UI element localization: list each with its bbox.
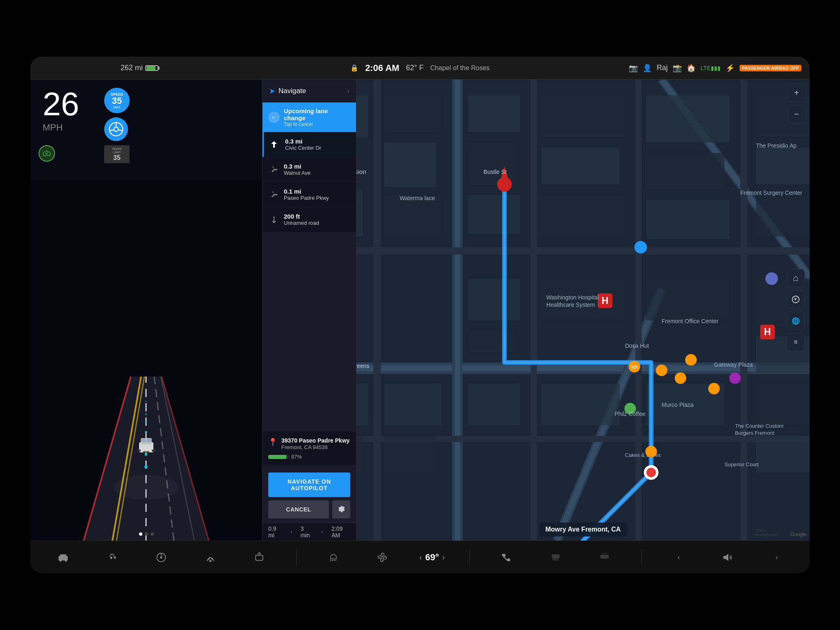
home-icon: 🏠 (687, 64, 696, 73)
navigation-settings-button[interactable] (332, 500, 350, 518)
volume-increase-button[interactable]: › (765, 554, 789, 561)
svg-point-94 (675, 372, 686, 384)
wipers-button[interactable] (198, 552, 223, 563)
car-controls-button[interactable] (51, 551, 75, 564)
volume-decrease-button[interactable]: ‹ (667, 554, 691, 561)
temp-decrease-button[interactable]: ‹ (419, 552, 422, 562)
speed-limit-num: 35 (112, 96, 122, 105)
step-4-distance: 200 ft (284, 213, 350, 220)
svg-rect-72 (468, 331, 515, 352)
map-zoom-out-button[interactable]: − (788, 105, 806, 123)
svg-rect-51 (356, 189, 363, 237)
nav-summary: 0.9 mi ● 3 min ● 2:09 AM (262, 523, 356, 541)
navigate-on-autopilot-button[interactable]: NAVIGATE ON AUTOPILOT (268, 472, 350, 497)
apps-button[interactable] (149, 552, 173, 563)
music-button[interactable] (100, 552, 124, 563)
step-3-street: Paseo Padre Pkwy (284, 195, 350, 201)
google-text: Google (790, 532, 806, 537)
svg-point-14 (145, 400, 147, 402)
divider-1 (296, 549, 297, 566)
autopilot-steering-badge (104, 117, 128, 141)
svg-rect-60 (541, 195, 625, 237)
cancel-button[interactable]: CANCEL (268, 500, 329, 518)
media-button[interactable] (247, 552, 272, 563)
google-watermark: Google (790, 532, 806, 537)
nav-header[interactable]: ➤ Navigate › (262, 80, 356, 103)
svg-text:Fusion: Fusion (356, 168, 366, 175)
step-2-info: 0.3 mi Walnut Ave (284, 163, 350, 176)
svg-rect-67 (356, 383, 368, 425)
map-svg: H H 🍽 Waterma lace Washington (356, 80, 810, 541)
status-bar-left: 262 mi (39, 64, 350, 72)
lock-icon: 🔒 (350, 64, 358, 72)
svg-rect-46 (531, 80, 537, 541)
main-content: 26 MPH SPEED 35 MAX (30, 80, 810, 541)
profile-icon: 👤 (643, 64, 652, 73)
svg-text:The Presidio Ap: The Presidio Ap (756, 142, 797, 149)
temp-display: 62° F (406, 64, 424, 72)
step-2-street: Walnut Ave (284, 170, 350, 176)
speed-display: 26 MPH (43, 88, 79, 133)
battery-percentage: 87% (291, 454, 302, 460)
rear-defrost-button[interactable] (592, 552, 617, 562)
route-button[interactable]: ≡ (787, 333, 805, 351)
summary-dot-2: ● (321, 530, 323, 534)
svg-point-97 (729, 372, 741, 384)
svg-rect-62 (646, 153, 725, 189)
map-location-text: Mowry Ave Fremont, CA (546, 526, 621, 533)
temp-increase-button[interactable]: › (442, 552, 445, 562)
recenter-button[interactable]: ⌂ (787, 269, 805, 287)
step-4-info: 200 ft Unnamed road (284, 213, 350, 226)
summary-time: 3 min (301, 525, 313, 539)
airbag-badge: PASSENGER AIRBAG OFF (740, 65, 801, 71)
svg-rect-66 (756, 195, 810, 237)
destination-pin-icon: 📍 (268, 438, 277, 447)
svg-text:Murco Plaza: Murco Plaza (662, 402, 694, 408)
divider-3 (641, 549, 642, 566)
svg-rect-59 (541, 148, 620, 184)
main-screen: 262 mi 🔒 2:06 AM 62° F Chapel of the Ros… (30, 57, 810, 573)
nav-actions: NAVIGATE ON AUTOPILOT CANCEL (262, 465, 356, 523)
svg-rect-68 (356, 436, 363, 472)
bottom-toolbar: ‹ 69° › ‹ (30, 541, 810, 573)
volume-control[interactable] (715, 552, 740, 563)
range-info: 262 mi (121, 64, 158, 72)
map-layers-button[interactable]: 🌐 (787, 312, 805, 330)
map-zoom-in-button[interactable]: + (788, 84, 806, 102)
svg-point-96 (708, 383, 720, 395)
destination-city: Fremont, CA 94538 (281, 444, 350, 450)
map-location-bar: Mowry Ave Fremont, CA (539, 523, 628, 536)
svg-rect-20 (137, 450, 141, 452)
seat-heat-button[interactable] (321, 552, 346, 563)
svg-rect-53 (384, 142, 436, 187)
fan-button[interactable] (370, 552, 395, 563)
road-svg (30, 80, 262, 541)
navigate-icon: ➤ (269, 87, 275, 96)
svg-text:The Counter Custom: The Counter Custom (735, 423, 783, 429)
lane-change-banner[interactable]: ← Upcoming lane change Tap to cancel (262, 103, 356, 132)
svg-rect-23 (141, 439, 146, 442)
svg-rect-130 (256, 555, 263, 560)
driving-view: 26 MPH SPEED 35 MAX (30, 80, 262, 541)
svg-point-7 (144, 465, 148, 468)
lane-change-arrow-icon: ← (268, 112, 280, 123)
svg-text:Healthcare System: Healthcare System (546, 301, 595, 308)
nav-steps-list: 0.3 mi Civic Center Dr 0.3 mi Walnut Ave (262, 132, 356, 432)
svg-line-28 (110, 130, 114, 131)
bluetooth-icon: ⚡ (726, 64, 735, 73)
phone-button[interactable] (494, 552, 519, 563)
compass-button[interactable] (787, 290, 805, 308)
svg-text:Bustle St: Bustle St (484, 169, 507, 175)
defrost-button[interactable] (543, 552, 568, 562)
location-name: Chapel of the Roses (430, 64, 490, 72)
destination-block: 📍 39370 Paseo Padre Pkwy Fremont, CA 945… (262, 432, 356, 465)
step-1-direction-icon (269, 139, 281, 150)
speed-unit: MPH (43, 122, 63, 133)
battery-bar-mini (268, 455, 289, 459)
speed-max-badge: Speed LIMIT 35 (104, 145, 130, 163)
lte-signal: LTE▮▮▮ (701, 65, 721, 71)
svg-text:Burgers Fremont: Burgers Fremont (735, 430, 774, 436)
step-2-direction-icon (268, 164, 280, 175)
destination-address-block: 39370 Paseo Padre Pkwy Fremont, CA 94538 (281, 437, 350, 450)
destination-row: 📍 39370 Paseo Padre Pkwy Fremont, CA 945… (268, 437, 350, 450)
